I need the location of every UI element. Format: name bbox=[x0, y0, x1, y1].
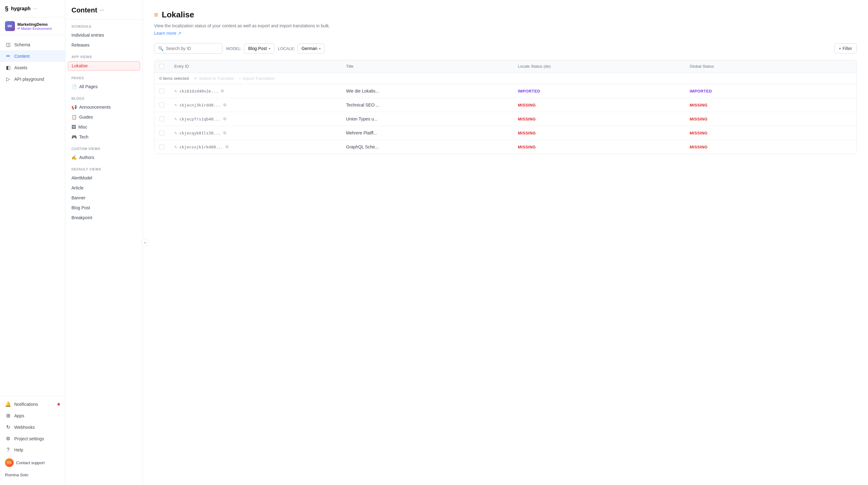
mid-sidebar-dots: ··· bbox=[100, 7, 104, 13]
nav-breakpoint[interactable]: Breakpoint bbox=[65, 213, 143, 223]
model-filter-group: MODEL: Blog Post ▾ bbox=[226, 43, 274, 54]
table-header: Entry ID Title Locale Status (de) Global… bbox=[154, 60, 857, 73]
user-name-area: Romina Soto bbox=[0, 470, 65, 480]
row-4-checkbox[interactable] bbox=[159, 144, 164, 149]
add-filter-button[interactable]: + Filter bbox=[834, 43, 857, 54]
section-schedule: SCHEDULE bbox=[65, 20, 143, 30]
nav-banner[interactable]: Banner bbox=[65, 193, 143, 203]
row-4-global-status: MISSING bbox=[685, 140, 857, 154]
global-status-badge: MISSING bbox=[690, 145, 708, 149]
row-4-locale-status: MISSING bbox=[513, 140, 685, 154]
row-0-title: Wie die Lokalis... bbox=[341, 84, 513, 98]
row-3-checkbox-cell[interactable] bbox=[154, 126, 169, 140]
copy-icon[interactable]: ⧉ bbox=[221, 89, 224, 93]
global-status-badge: IMPORTED bbox=[690, 89, 712, 93]
nav-article[interactable]: Article bbox=[65, 183, 143, 193]
edit-icon[interactable]: ✎ bbox=[174, 144, 177, 149]
global-status-badge: MISSING bbox=[690, 103, 708, 107]
locale-chevron-icon: ▾ bbox=[319, 47, 320, 50]
sidebar-item-apps[interactable]: ⊞ Apps bbox=[0, 410, 65, 421]
sidebar-item-api-playground[interactable]: ▷ API playground bbox=[0, 73, 65, 85]
model-select[interactable]: Blog Post ▾ bbox=[244, 43, 274, 54]
sidebar-item-label: Project settings bbox=[14, 436, 44, 441]
th-checkbox[interactable] bbox=[154, 60, 169, 73]
misc-label: Misc bbox=[78, 125, 87, 129]
locale-filter-group: LOCALE: German ▾ bbox=[278, 43, 325, 54]
locale-select[interactable]: German ▾ bbox=[298, 43, 325, 54]
nav-blog-post[interactable]: Blog Post bbox=[65, 203, 143, 213]
global-status-badge: MISSING bbox=[690, 131, 708, 135]
nav-all-pages[interactable]: 📄 All Pages bbox=[65, 82, 143, 92]
row-4-id-text: ckjecsxjk1rk409... bbox=[179, 145, 223, 149]
row-0-checkbox-cell[interactable] bbox=[154, 84, 169, 98]
search-input[interactable] bbox=[166, 46, 218, 51]
nav-alertmodel[interactable]: AlertModel bbox=[65, 173, 143, 183]
blog-post-label: Blog Post bbox=[71, 205, 90, 210]
edit-icon[interactable]: ✎ bbox=[174, 117, 177, 121]
sidebar-item-schema[interactable]: ◫ Schema bbox=[0, 39, 65, 50]
guides-label: Guides bbox=[79, 115, 93, 120]
submit-to-translate-button[interactable]: ⇌ Submit to Translate bbox=[194, 76, 234, 81]
copy-icon[interactable]: ⧉ bbox=[223, 130, 226, 135]
edit-icon[interactable]: ✎ bbox=[174, 102, 177, 107]
tech-icon: 🎮 bbox=[71, 134, 77, 139]
releases-label: Releases bbox=[71, 42, 90, 47]
row-4-id: ✎ ckjecsxjk1rk409... ⧉ bbox=[174, 144, 336, 149]
filter-bar: 🔍 MODEL: Blog Post ▾ LOCALE: German ▾ + … bbox=[154, 43, 857, 54]
nav-authors[interactable]: ✍ Authors bbox=[65, 153, 143, 162]
row-2-checkbox[interactable] bbox=[159, 117, 164, 121]
env-icon: ⇌ bbox=[18, 27, 20, 30]
sidebar-item-notifications[interactable]: 🔔 Notifications bbox=[0, 398, 65, 410]
nav-releases[interactable]: Releases bbox=[65, 40, 143, 50]
table-row: ✎ ckjecsxjk1rk409... ⧉ GraphQL Sche... M… bbox=[154, 140, 857, 154]
nav-misc[interactable]: 🖼 Misc bbox=[65, 122, 143, 132]
row-0-checkbox[interactable] bbox=[159, 89, 164, 93]
sidebar-item-help[interactable]: ? Help bbox=[0, 444, 65, 455]
table-row: ✎ ckjecpfrs1qb40... ⧉ Union Types u... M… bbox=[154, 112, 857, 126]
row-1-id-cell: ✎ ckjecnj3k1rdd0... ⧉ bbox=[169, 98, 341, 112]
row-1-title: Technical SEO ... bbox=[341, 98, 513, 112]
sidebar-item-content[interactable]: ✏ Content bbox=[0, 50, 65, 62]
nav-tech[interactable]: 🎮 Tech bbox=[65, 132, 143, 142]
import-translation-button[interactable]: ↑ Import Translation bbox=[239, 76, 275, 81]
authors-label: Authors bbox=[79, 155, 94, 160]
search-wrapper[interactable]: 🔍 bbox=[154, 43, 222, 54]
breakpoint-label: Breakpoint bbox=[71, 215, 92, 220]
learn-more-link[interactable]: Learn more ↗ bbox=[154, 31, 181, 36]
copy-icon[interactable]: ⧉ bbox=[223, 102, 226, 107]
collapse-sidebar-button[interactable]: ‹‹ bbox=[141, 239, 149, 246]
article-label: Article bbox=[71, 185, 84, 190]
nav-lokalise[interactable]: Lokalise bbox=[68, 61, 140, 70]
row-1-checkbox[interactable] bbox=[159, 102, 164, 107]
nav-individual-entries[interactable]: Individual entries bbox=[65, 30, 143, 40]
row-3-checkbox[interactable] bbox=[159, 130, 164, 135]
select-all-checkbox[interactable] bbox=[159, 64, 164, 69]
sidebar-item-assets[interactable]: ◧ Assets bbox=[0, 62, 65, 73]
copy-icon[interactable]: ⧉ bbox=[223, 117, 226, 121]
alertmodel-label: AlertModel bbox=[71, 175, 92, 181]
nav-guides[interactable]: 📋 Guides bbox=[65, 112, 143, 122]
sidebar-item-label: API playground bbox=[14, 77, 44, 82]
workspace-area[interactable]: MK MarketingDemo ⇌ Master Environment bbox=[0, 18, 65, 35]
row-3-id-cell: ✎ ckjecqyk01ls30... ⧉ bbox=[169, 126, 341, 140]
row-3-title: Mehrere Platff... bbox=[341, 126, 513, 140]
row-2-checkbox-cell[interactable] bbox=[154, 112, 169, 126]
sidebar-item-project-settings[interactable]: ⚙ Project settings bbox=[0, 433, 65, 444]
learn-more-text: Learn more bbox=[154, 31, 177, 36]
edit-icon[interactable]: ✎ bbox=[174, 130, 177, 135]
import-translation-label: Import Translation bbox=[243, 76, 275, 81]
nav-announcements[interactable]: 📢 Announcements bbox=[65, 102, 143, 112]
row-4-checkbox-cell[interactable] bbox=[154, 140, 169, 154]
sidebar-item-label: Webhooks bbox=[14, 425, 35, 430]
locale-status-badge: MISSING bbox=[518, 117, 536, 121]
workspace-avatar: MK bbox=[5, 21, 15, 31]
import-icon: ↑ bbox=[239, 76, 241, 81]
copy-icon[interactable]: ⧉ bbox=[225, 144, 228, 149]
sidebar-item-label: Schema bbox=[14, 42, 30, 47]
row-2-locale-status: MISSING bbox=[513, 112, 685, 126]
sidebar-item-webhooks[interactable]: ↻ Webhooks bbox=[0, 421, 65, 433]
user-area[interactable]: RS Contact support bbox=[0, 455, 65, 470]
row-1-checkbox-cell[interactable] bbox=[154, 98, 169, 112]
left-sidebar: § hygraph ··· MK MarketingDemo ⇌ Master … bbox=[0, 0, 65, 485]
edit-icon[interactable]: ✎ bbox=[174, 89, 177, 93]
